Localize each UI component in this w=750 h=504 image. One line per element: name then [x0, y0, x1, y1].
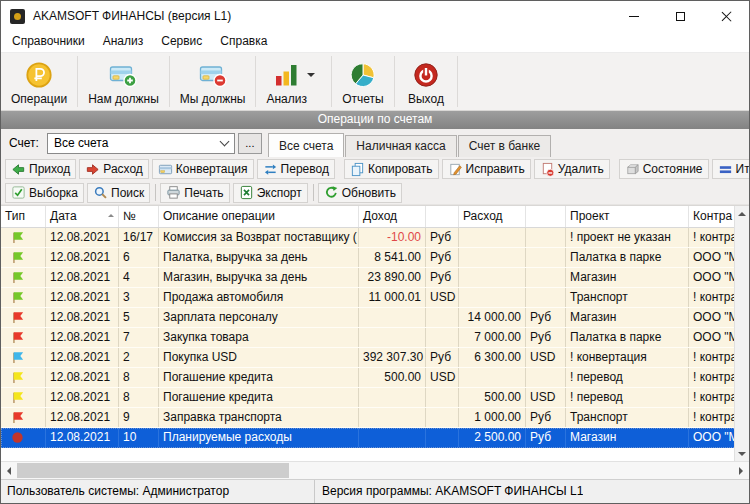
exit-button[interactable]: Выход: [395, 53, 457, 110]
filter-button[interactable]: Выборка: [5, 183, 84, 203]
close-button[interactable]: [703, 1, 749, 31]
table-header: Тип Дата № Описание операции Доход Расхо…: [1, 206, 736, 228]
cell-income: 8 541.00: [359, 248, 426, 267]
table-row[interactable]: 12.08.2021 3 Продажа автомобиля 11 000.0…: [1, 288, 736, 308]
cell-income: 23 890.00: [359, 268, 426, 287]
col-expense-currency[interactable]: [526, 206, 566, 227]
analysis-button[interactable]: Анализ: [256, 53, 331, 110]
they-owe-us-button[interactable]: Нам должны: [78, 53, 169, 110]
ruble-coin-icon: [25, 59, 53, 91]
cell-income: [359, 388, 426, 407]
arrow-right-red-icon: [85, 162, 100, 177]
tab-cash[interactable]: Наличная касса: [345, 135, 456, 157]
col-contragent[interactable]: Контра: [689, 206, 736, 227]
refresh-button[interactable]: Обновить: [318, 183, 402, 203]
cell-description: Погашение кредита: [159, 388, 359, 407]
delete-button[interactable]: Удалить: [534, 159, 610, 179]
scroll-left-button[interactable]: [1, 462, 17, 479]
table-row[interactable]: 12.08.2021 5 Зарплата персоналу 14 000.0…: [1, 308, 736, 328]
table-row[interactable]: 12.08.2021 9 Заправка транспорта 1 000.0…: [1, 408, 736, 428]
scroll-right-button[interactable]: [733, 462, 749, 479]
maximize-button[interactable]: [657, 1, 703, 31]
row-flag-icon: [1, 368, 46, 387]
cell-project: ! проект не указан: [566, 228, 689, 247]
tab-bank[interactable]: Счет в банке: [458, 135, 552, 157]
cell-number: 10: [119, 428, 159, 447]
table-row[interactable]: 12.08.2021 7 Закупка товара 7 000.00 Руб…: [1, 328, 736, 348]
menu-analiz[interactable]: Анализ: [94, 31, 153, 52]
tab-all-accounts[interactable]: Все счета: [268, 133, 344, 157]
scroll-up-button[interactable]: [735, 206, 749, 222]
print-button[interactable]: Печать: [160, 183, 229, 203]
col-income-currency[interactable]: [426, 206, 459, 227]
account-row: Счет: Все счета ... Все счета Наличная к…: [1, 129, 749, 157]
operations-button[interactable]: Операции: [1, 53, 77, 110]
vertical-scrollbar[interactable]: [734, 206, 749, 462]
account-select[interactable]: Все счета: [47, 133, 235, 154]
status-version: Версия программы: AKAMSOFT ФИНАНСЫ L1: [315, 480, 583, 503]
cell-date: 12.08.2021: [46, 368, 119, 387]
pie-chart-icon: [349, 59, 377, 91]
search-button[interactable]: Поиск: [87, 183, 150, 203]
bar-chart-icon: [273, 59, 301, 91]
cell-project: Магазин: [566, 428, 689, 447]
cell-number: 3: [119, 288, 159, 307]
table-row[interactable]: 12.08.2021 8 Погашение кредита 500.00 US…: [1, 368, 736, 388]
cell-income-currency: Руб: [426, 348, 459, 367]
account-browse-button[interactable]: ...: [238, 133, 262, 154]
table-row[interactable]: 12.08.2021 2 Покупка USD 392 307.30 Руб …: [1, 348, 736, 368]
cell-project: Магазин: [566, 308, 689, 327]
copy-button[interactable]: Копировать: [344, 159, 439, 179]
total-button[interactable]: Итого: [712, 159, 750, 179]
cell-number: 6: [119, 248, 159, 267]
col-project[interactable]: Проект: [566, 206, 689, 227]
transfer-button[interactable]: Перевод: [257, 159, 335, 179]
state-button[interactable]: Состояние: [619, 159, 709, 179]
cell-date: 12.08.2021: [46, 268, 119, 287]
cell-income: 11 000.01: [359, 288, 426, 307]
vertical-scroll-track[interactable]: [735, 222, 749, 446]
app-icon: [10, 9, 25, 24]
horizontal-scrollbar[interactable]: [1, 461, 749, 479]
col-date[interactable]: Дата: [46, 206, 119, 227]
cell-project: Палатка в парке: [566, 328, 689, 347]
menu-spravka[interactable]: Справка: [211, 31, 276, 52]
cell-expense-currency: [526, 368, 566, 387]
table-row[interactable]: 12.08.2021 4 Магазин, выручка за день 23…: [1, 268, 736, 288]
cell-expense-currency: USD: [526, 388, 566, 407]
cell-number: 4: [119, 268, 159, 287]
col-income[interactable]: Доход: [359, 206, 426, 227]
col-expense[interactable]: Расход: [459, 206, 526, 227]
row-flag-icon: [1, 328, 46, 347]
menu-spravochniki[interactable]: Справочники: [3, 31, 94, 52]
cell-income-currency: [426, 408, 459, 427]
income-button[interactable]: Приход: [5, 159, 76, 179]
minimize-button[interactable]: [611, 1, 657, 31]
edit-button[interactable]: Исправить: [442, 159, 531, 179]
state-cube-icon: [625, 162, 640, 177]
we-owe-button[interactable]: Мы должны: [170, 53, 256, 110]
col-number[interactable]: №: [119, 206, 159, 227]
horizontal-scroll-thumb[interactable]: [17, 463, 289, 478]
col-type[interactable]: Тип: [1, 206, 46, 227]
cell-contragent: ! контра: [689, 288, 736, 307]
cell-project: ! перевод: [566, 388, 689, 407]
menu-servis[interactable]: Сервис: [152, 31, 211, 52]
table-row[interactable]: 12.08.2021 6 Палатка, выручка за день 8 …: [1, 248, 736, 268]
scroll-down-button[interactable]: [735, 446, 749, 462]
sort-asc-icon: [108, 214, 114, 217]
expense-button[interactable]: Расход: [79, 159, 149, 179]
reports-button[interactable]: Отчеты: [332, 53, 394, 110]
cell-income-currency: [426, 428, 459, 447]
cell-expense-currency: [526, 288, 566, 307]
table-row[interactable]: 12.08.2021 16/17 Комиссия за Возврат пос…: [1, 228, 736, 248]
table-row[interactable]: 12.08.2021 10 Планируемые расходы 2 500.…: [1, 428, 736, 448]
action-row-2: Выборка Поиск Печать Экспорт Обновить: [1, 181, 749, 205]
table-row[interactable]: 12.08.2021 8 Погашение кредита 500.00 US…: [1, 388, 736, 408]
cell-income-currency: Руб: [426, 228, 459, 247]
horizontal-scroll-track[interactable]: [17, 462, 733, 479]
conversion-button[interactable]: Конвертация: [152, 159, 254, 179]
col-description[interactable]: Описание операции: [159, 206, 359, 227]
triangle-up-icon: [738, 212, 746, 216]
export-button[interactable]: Экспорт: [233, 183, 308, 203]
